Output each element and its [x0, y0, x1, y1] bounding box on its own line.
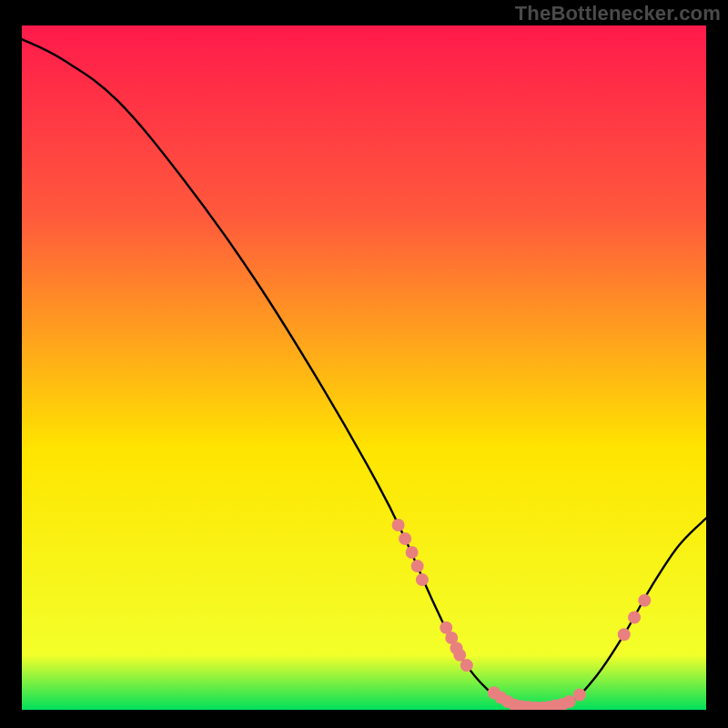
data-marker	[628, 611, 641, 623]
data-marker	[406, 546, 419, 559]
watermark-text: TheBottlenecker.com	[515, 2, 721, 25]
data-marker	[416, 573, 429, 586]
chart-stage: TheBottlenecker.com	[0, 0, 728, 728]
data-marker	[618, 628, 631, 641]
chart-area	[22, 25, 706, 710]
data-marker	[460, 659, 473, 672]
data-marker	[399, 532, 411, 545]
data-marker	[638, 594, 651, 607]
data-marker	[411, 560, 424, 572]
data-marker	[392, 519, 405, 531]
data-marker	[573, 688, 586, 701]
bottleneck-chart	[22, 25, 706, 710]
gradient-background	[22, 25, 706, 710]
